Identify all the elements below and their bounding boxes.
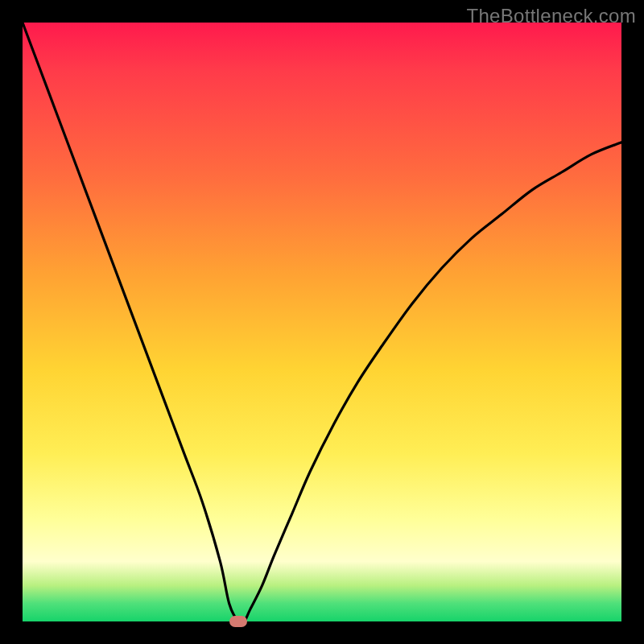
- chart-frame: TheBottleneck.com: [0, 0, 644, 644]
- bottleneck-curve: [23, 23, 621, 621]
- sweet-spot-marker: [229, 616, 247, 627]
- watermark-text: TheBottleneck.com: [466, 5, 636, 27]
- plot-area: [23, 23, 621, 621]
